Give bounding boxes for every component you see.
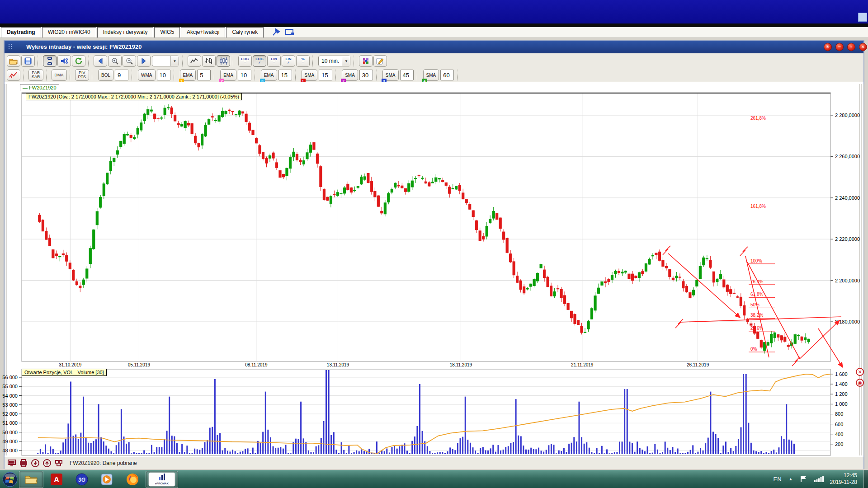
volume-close-button[interactable]: ✕	[856, 368, 864, 376]
trend-tool-button[interactable]	[7, 69, 20, 81]
separator	[38, 56, 41, 66]
sma45-button[interactable]: SMA453	[382, 69, 414, 81]
workspace-tab-3[interactable]: Indeksy i derywaty	[97, 27, 154, 38]
system-tray: EN ▲ 12:45 2019-11-28	[774, 470, 862, 488]
series-legend[interactable]: — FW20Z1920	[20, 84, 59, 91]
connection-icon[interactable]	[54, 459, 63, 467]
start-button[interactable]	[2, 471, 18, 488]
taskbar-item-3g[interactable]: 3G	[70, 471, 94, 488]
ema5-button[interactable]: EMA51	[179, 69, 211, 81]
wma-button-value[interactable]: 10	[157, 70, 170, 80]
ema15-button[interactable]: EMA153	[260, 69, 292, 81]
taskbar-item-firefox[interactable]	[120, 471, 145, 488]
scale-combobox[interactable]: ▼	[152, 56, 179, 66]
log-equal-button[interactable]: LOG=	[238, 55, 252, 67]
toolbar-zone: ▼ LOG= LOG≠ LIN= LIN≠ %= 10 min. ▼	[5, 53, 863, 82]
status-bar: FW20Z1920: Dane pobrane	[5, 456, 863, 469]
sma15-button[interactable]: SMA151	[301, 69, 333, 81]
network-signal-icon[interactable]	[814, 475, 824, 483]
ema15-button-value[interactable]: 15	[278, 70, 292, 80]
download-icon[interactable]	[31, 459, 40, 467]
refresh-button[interactable]	[72, 55, 85, 67]
close-button[interactable]: ✕	[859, 43, 867, 51]
desktop: DaytradingWIG20 i mWIG40Indeksy i derywa…	[0, 0, 868, 488]
sound-button[interactable]	[57, 55, 71, 67]
workspace-tab-4[interactable]: WIG5	[154, 27, 180, 38]
svg-text:3G: 3G	[78, 477, 85, 483]
sma15-button-value[interactable]: 15	[319, 70, 332, 80]
workspace-tab-6[interactable]: Cały rynek	[226, 27, 264, 38]
interval-combobox-value: 10 min.	[319, 58, 342, 64]
line-chart-style-button[interactable]	[188, 55, 201, 67]
wma-button-label[interactable]: WMA	[138, 69, 155, 81]
separator	[233, 56, 236, 66]
monitor-icon[interactable]	[7, 459, 16, 467]
chart-window-titlebar[interactable]: Wykres intraday - wiele sesji: FW20Z1920…	[5, 41, 863, 53]
interval-combobox[interactable]: 10 min. ▼	[318, 56, 350, 66]
ema5-button-value[interactable]: 5	[197, 70, 211, 80]
dma-button[interactable]: DMA	[52, 69, 67, 81]
prev-button[interactable]	[94, 55, 107, 67]
lin-equal-button[interactable]: LIN=	[267, 55, 281, 67]
settings-button[interactable]: ✳	[824, 43, 832, 51]
show-desktop-button[interactable]	[863, 470, 868, 488]
separator	[88, 56, 91, 66]
print-icon[interactable]	[19, 459, 28, 467]
workspace-tab-2[interactable]: WIG20 i mWIG40	[42, 27, 96, 38]
chevron-down-icon[interactable]: ▼	[170, 56, 179, 66]
ema10-button-value[interactable]: 10	[238, 70, 251, 80]
maximize-button[interactable]: ▫	[847, 43, 855, 51]
pin-window-icon[interactable]	[284, 27, 296, 37]
candlestick-style-button[interactable]	[217, 55, 230, 67]
bol-button-value[interactable]: 9	[115, 70, 128, 80]
lin-notequal-button[interactable]: LIN≠	[282, 55, 295, 67]
bol-button[interactable]: BOL9	[98, 69, 128, 81]
taskbar-item-explorer[interactable]	[19, 471, 43, 488]
sma30-button[interactable]: SMA302	[341, 69, 373, 81]
piv-pts-button[interactable]: PIV PTS	[75, 69, 90, 81]
open-button[interactable]	[7, 55, 20, 67]
log-notequal-button[interactable]: LOG≠	[253, 55, 266, 67]
taskbar-item-epromak[interactable]: ePROMAK	[146, 471, 178, 488]
action-center-flag-icon[interactable]	[799, 475, 808, 483]
sma45-button-value[interactable]: 45	[400, 70, 414, 80]
minimize-button[interactable]: –	[835, 43, 844, 51]
tray-expand-icon[interactable]: ▲	[789, 477, 793, 481]
sma30-button-value[interactable]: 30	[359, 70, 373, 80]
status-text: FW20Z1920: Dane pobrane	[70, 460, 137, 466]
language-indicator[interactable]: EN	[774, 476, 782, 483]
divider-strip	[0, 23, 868, 27]
volume-panel-title: Otwarte Pozycje, VOL - Volume [30]	[22, 369, 107, 376]
zoom-out-button[interactable]	[123, 55, 136, 67]
zoom-in-button[interactable]	[108, 55, 122, 67]
palette-button[interactable]	[359, 55, 373, 67]
sma60-button[interactable]: SMA604	[423, 69, 454, 81]
indicator-toolbar: PAR SARDMAPIV PTSBOL9WMA10EMA51EMA102EMA…	[6, 68, 462, 82]
sma60-button-value[interactable]: 60	[440, 70, 454, 80]
taskbar-item-media-player[interactable]	[95, 471, 119, 488]
window-title: Wykres intraday - wiele sesji: FW20Z1920	[26, 43, 142, 50]
workspace-tab-5[interactable]: Akcje+fwakcji	[181, 27, 225, 38]
par-sar-button[interactable]: PAR SAR	[28, 69, 43, 81]
ohlc-chart-style-button[interactable]	[202, 55, 216, 67]
separator	[354, 56, 357, 66]
app-top-bar	[0, 0, 868, 23]
taskbar-item-acrobat[interactable]: A	[44, 471, 69, 488]
edit-button[interactable]	[373, 55, 387, 67]
chevron-down-icon[interactable]: ▼	[342, 56, 350, 66]
wma-button[interactable]: WMA10	[137, 69, 170, 81]
session-range-button[interactable]	[43, 55, 57, 67]
chart-area[interactable]	[5, 82, 863, 456]
pin-icon[interactable]	[270, 27, 282, 37]
bol-button-label[interactable]: BOL	[98, 69, 113, 81]
volume-target-button[interactable]: ◉	[856, 379, 864, 387]
save-button[interactable]	[21, 55, 35, 67]
main-toolbar: ▼ LOG= LOG≠ LIN= LIN≠ %= 10 min. ▼	[6, 54, 387, 68]
workspace-tab-1[interactable]: Daytrading	[1, 27, 41, 38]
separator	[182, 56, 185, 66]
upload-icon[interactable]	[42, 459, 52, 467]
ema10-button[interactable]: EMA102	[220, 69, 251, 81]
clock[interactable]: 12:45 2019-11-28	[830, 472, 858, 486]
percent-equal-button[interactable]: %=	[296, 55, 310, 67]
next-button[interactable]	[137, 55, 151, 67]
